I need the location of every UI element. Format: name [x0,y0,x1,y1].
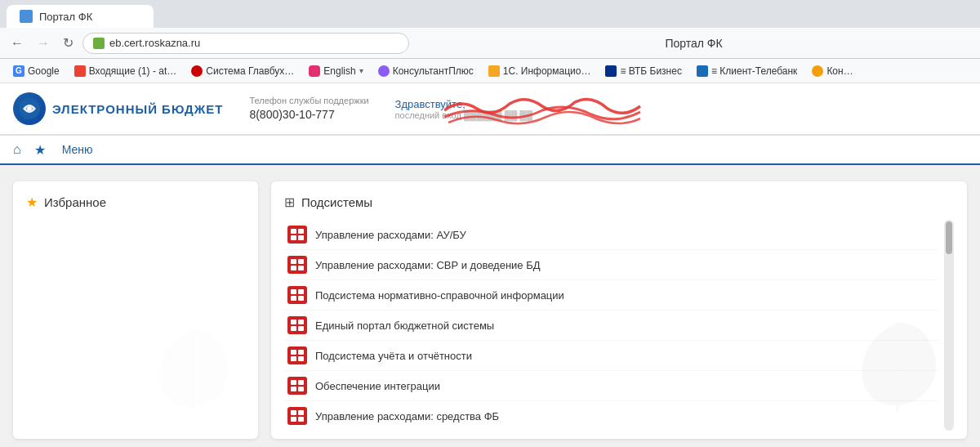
home-nav-button[interactable]: ⌂ [10,139,24,160]
1c-icon [488,65,500,77]
tab-label: Портал ФК [39,11,92,23]
bookmark-vtb[interactable]: ≡ ВТБ Бизнес [599,64,688,78]
subsystem-item[interactable]: Обеспечение интеграции [284,371,939,401]
support-label: Телефон службы поддержки [249,95,368,107]
bookmark-label: ≡ Клиент-Телебанк [711,65,797,77]
favorites-nav-button[interactable]: ★ [31,139,49,161]
active-tab[interactable]: Портал ФК [7,5,154,28]
favorites-panel-title: ★ Избранное [26,194,245,210]
tab-favicon [20,10,33,23]
page-title-bar: Портал ФК [414,37,973,50]
bookmark-mail[interactable]: Входящие (1) - at… [68,64,184,78]
subsystem-item[interactable]: Управление расходами: СВР и доведение БД [284,250,939,280]
instagram-icon [309,65,320,77]
subsystems-watermark [844,314,951,422]
subsystem-icon-3 [287,286,307,304]
header-support: Телефон службы поддержки 8(800)30-10-777 [249,95,368,123]
bookmark-1c[interactable]: 1С. Информацио… [482,64,598,78]
svg-rect-25 [298,387,304,391]
logo-section: ЭЛЕКТРОННЫЙ БЮДЖЕТ [13,92,223,125]
svg-rect-8 [291,266,296,270]
page-title: Портал ФК [665,37,722,50]
subsystems-panel: ⊞ Подсистемы Управление расходами: АУ/БУ [271,181,967,439]
svg-point-1 [27,106,32,111]
bookmark-glavbuh[interactable]: Система Главбух… [185,64,301,78]
subsystem-label-7: Управление расходами: средства ФБ [315,410,499,422]
subsystems-title-text: Подсистемы [301,195,372,209]
bookmark-label: Кон… [826,65,853,77]
favorites-panel: ★ Избранное [13,181,258,439]
subsystem-item[interactable]: Подсистема нормативно-справочной информа… [284,280,939,311]
svg-rect-19 [298,350,304,355]
watermark [144,322,242,422]
subsystem-item[interactable]: Единый портал бюджетной системы [284,311,939,341]
bookmark-konsultant[interactable]: КонсультантПлюс [372,64,480,78]
bookmark-label: 1С. Информацио… [503,65,591,77]
svg-rect-18 [291,350,296,355]
glavbuh-icon [191,65,203,77]
back-button[interactable]: ← [7,34,28,52]
subsystems-list: Управление расходами: АУ/БУ Управление р… [284,220,939,431]
vtb-icon [605,65,617,77]
subsystem-label-5: Подсистема учёта и отчётности [315,350,472,362]
svg-rect-9 [298,266,304,270]
content-area: ★ Избранное ⊞ Подсистемы [0,165,980,447]
svg-rect-20 [291,356,296,361]
subsystem-icon-2 [287,256,307,274]
subsystem-icon-1 [287,226,307,244]
watermark-leaf-svg [144,322,242,420]
subsystem-label-4: Единый портал бюджетной системы [315,320,494,332]
header-greeting: Здравствуйте, последний вход ██████ ██:█… [395,98,532,120]
address-input[interactable]: eb.cert.roskazna.ru [82,33,409,54]
subsystem-item[interactable]: Подсистема учёта и отчётности [284,341,939,371]
bookmark-english[interactable]: English ▾ [302,64,369,78]
scroll-thumb[interactable] [946,221,952,254]
subsystem-label-2: Управление расходами: СВР и доведение БД [315,259,541,271]
svg-rect-4 [291,235,296,240]
grid-icon: ⊞ [284,194,295,210]
bookmark-telebank[interactable]: ≡ Клиент-Телебанк [690,64,804,78]
app-header: ЭЛЕКТРОННЫЙ БЮДЖЕТ Телефон службы поддер… [0,83,980,136]
subsystem-icon-6 [287,377,307,395]
greeting-sub: последний вход ██████ ██:██ [395,110,532,120]
reload-button[interactable]: ↻ [59,34,78,52]
svg-rect-28 [291,417,296,422]
svg-rect-11 [298,289,304,294]
tab-bar: Портал ФК [0,0,980,28]
svg-rect-2 [291,229,296,234]
subsystem-label-1: Управление расходами: АУ/БУ [315,229,466,241]
subsystem-icon-7 [287,407,307,425]
svg-rect-7 [298,259,304,264]
subsystem-label-6: Обеспечение интеграции [315,380,440,392]
address-bar: ← → ↻ eb.cert.roskazna.ru Портал ФК [0,28,980,59]
subsystem-icon-4 [287,316,307,334]
kon-icon [812,65,823,77]
svg-rect-15 [298,320,304,324]
subsystem-item[interactable]: Управление расходами: средства ФБ [284,401,939,431]
menu-nav-button[interactable]: Меню [56,140,100,159]
svg-rect-22 [291,380,296,385]
bookmarks-bar: G Google Входящие (1) - at… Система Глав… [0,59,980,83]
subsystem-icon-5 [287,346,307,364]
bookmark-google[interactable]: G Google [7,64,66,78]
svg-rect-23 [298,380,304,385]
svg-rect-3 [298,229,304,234]
svg-rect-26 [291,410,296,415]
svg-rect-13 [298,296,304,301]
subsystems-list-wrap: Управление расходами: АУ/БУ Управление р… [284,220,939,431]
subsystem-item[interactable]: Управление расходами: АУ/БУ [284,220,939,250]
subsystems-watermark-svg [844,314,951,420]
bookmark-kon[interactable]: Кон… [805,64,859,78]
support-phone: 8(800)30-10-777 [249,107,368,123]
site-favicon [93,38,105,49]
svg-rect-6 [291,259,296,264]
svg-rect-10 [291,289,296,294]
forward-button: → [33,34,54,52]
google-icon: G [13,65,24,77]
bookmark-label: English [323,65,355,77]
bookmark-label: Входящие (1) - at… [89,65,177,77]
svg-rect-12 [291,296,296,301]
subsystems-panel-title: ⊞ Подсистемы [284,194,954,210]
address-text: eb.cert.roskazna.ru [109,37,200,49]
mail-icon [74,65,86,77]
